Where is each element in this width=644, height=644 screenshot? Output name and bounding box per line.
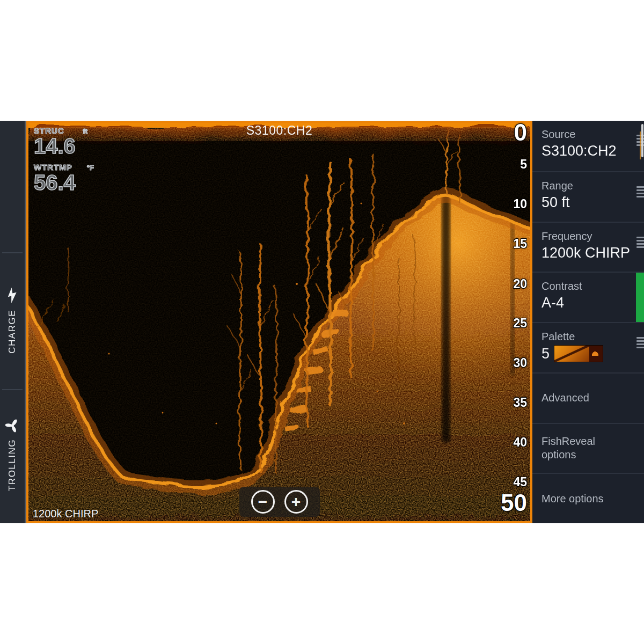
depth-tick-5: 5	[520, 157, 527, 172]
menu-item-label: Palette	[541, 330, 622, 343]
depth-tick-25: 25	[513, 316, 527, 331]
sonar-source-title: S3100:CH2	[28, 123, 530, 138]
zoom-control: − +	[239, 487, 320, 517]
depth-tick-30: 30	[513, 356, 527, 370]
menu-scrollbar[interactable]	[641, 124, 643, 157]
menu-item-label: FishReveal options	[541, 435, 622, 462]
depth-tick-0: 0	[514, 121, 527, 144]
sidebar-item-trolling[interactable]: TROLLING	[0, 419, 25, 491]
submenu-list-icon	[636, 237, 644, 248]
menu-item-advanced[interactable]: Advanced	[532, 372, 644, 423]
depth-tick-45: 45	[513, 475, 527, 489]
minus-icon: −	[258, 492, 268, 512]
menu-scrollbar-accent	[640, 131, 641, 159]
sidebar-divider	[2, 389, 23, 390]
menu-item-value: A-4	[541, 295, 644, 311]
submenu-list-icon	[636, 186, 644, 197]
palette-preview-thumbnail	[554, 345, 603, 362]
sidebar-divider	[2, 252, 23, 253]
depth-tick-10: 10	[513, 197, 527, 211]
wtrtmp-value: 56.4	[34, 172, 104, 194]
menu-item-label: Advanced	[541, 391, 589, 405]
propeller-icon	[5, 419, 19, 435]
sidebar-item-charge[interactable]: CHARGE	[0, 287, 25, 354]
sidebar-item-label: TROLLING	[7, 439, 18, 491]
menu-item-label: Source	[541, 128, 622, 141]
menu-item-label: Contrast	[541, 280, 622, 293]
menu-item-value: 50 ft	[541, 194, 644, 211]
fish-arch-icon	[591, 350, 599, 356]
menu-item-value: 5	[541, 346, 550, 362]
menu-item-more-options[interactable]: More options	[532, 473, 644, 523]
depth-tick-20: 20	[513, 277, 527, 291]
menu-item-label: Frequency	[541, 230, 622, 243]
menu-item-label: More options	[541, 492, 604, 506]
menu-item-value: 1200k CHIRP	[541, 245, 644, 261]
menu-item-frequency[interactable]: Frequency 1200k CHIRP	[532, 222, 644, 272]
sidebar-item-label: CHARGE	[7, 310, 18, 354]
zoom-in-button[interactable]: +	[284, 490, 308, 514]
menu-item-contrast[interactable]: Contrast A-4	[532, 272, 644, 322]
menu-item-source[interactable]: Source S3100:CH2	[532, 121, 644, 171]
sonar-view[interactable]: S3100:CH2 STRUC ft 14.6 WTRTMP °F 56.4 0…	[26, 121, 532, 523]
sonar-image	[28, 123, 530, 521]
sonar-settings-menu: Source S3100:CH2 Range 50 ft Frequency 1…	[532, 121, 644, 523]
frequency-overlay-label: 1200k CHIRP	[33, 508, 98, 520]
left-control-bar: CHARGE TROLLING	[0, 121, 26, 523]
menu-item-palette[interactable]: Palette 5	[532, 322, 644, 372]
depth-tick-40: 40	[513, 435, 527, 450]
zoom-out-button[interactable]: −	[251, 490, 275, 514]
submenu-list-icon	[636, 337, 644, 348]
struc-value: 14.6	[34, 135, 98, 157]
menu-item-fishreveal-options[interactable]: FishReveal options	[532, 423, 644, 473]
depth-tick-35: 35	[513, 396, 527, 410]
palette-fish-swatch	[589, 346, 603, 362]
menu-item-value: S3100:CH2	[541, 143, 644, 159]
struc-unit: ft	[83, 127, 87, 135]
menu-item-range[interactable]: Range 50 ft	[532, 171, 644, 222]
water-temp-gauge: WTRTMP °F 56.4	[34, 163, 104, 194]
plus-icon: +	[291, 492, 301, 512]
menu-item-label: Range	[541, 179, 622, 193]
wtrtmp-unit: °F	[87, 164, 94, 172]
depth-tick-50: 50	[501, 491, 527, 515]
structure-depth-gauge: STRUC ft 14.6	[34, 126, 98, 157]
palette-gradient-swatch	[554, 346, 589, 362]
contrast-active-indicator	[636, 273, 644, 322]
depth-tick-15: 15	[513, 237, 527, 251]
lightning-bolt-icon	[5, 287, 19, 305]
